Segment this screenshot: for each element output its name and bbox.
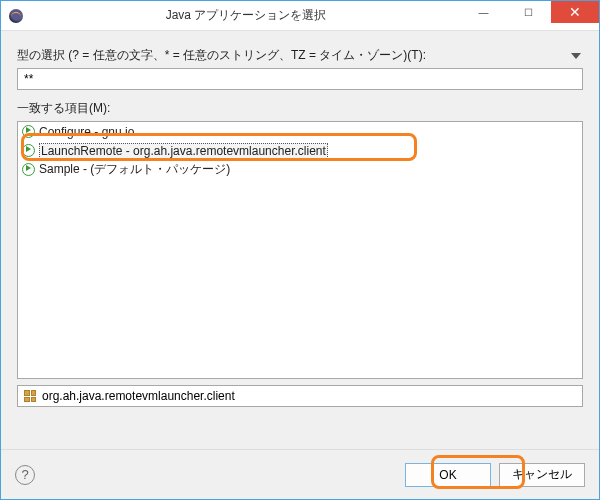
- matching-row: 一致する項目(M):: [17, 100, 583, 117]
- dialog-content: 型の選択 (? = 任意の文字、* = 任意のストリング、TZ = タイム・ゾー…: [1, 31, 599, 419]
- item-label: Configure - gnu.io: [39, 125, 134, 139]
- window-controls: — ☐ ✕: [461, 1, 599, 30]
- filter-input[interactable]: [17, 68, 583, 90]
- item-label: Sample - (デフォルト・パッケージ): [39, 161, 230, 178]
- close-button[interactable]: ✕: [551, 1, 599, 23]
- package-label: org.ah.java.remotevmlauncher.client: [42, 389, 235, 403]
- dialog-footer: ? OK キャンセル: [1, 449, 599, 499]
- runnable-class-icon: [22, 144, 35, 157]
- cancel-button[interactable]: キャンセル: [499, 463, 585, 487]
- minimize-button[interactable]: —: [461, 1, 506, 23]
- help-icon[interactable]: ?: [15, 465, 35, 485]
- app-icon-container: [1, 9, 31, 23]
- package-icon: [24, 390, 36, 402]
- matching-label: 一致する項目(M):: [17, 100, 110, 117]
- type-select-label: 型の選択 (? = 任意の文字、* = 任意のストリング、TZ = タイム・ゾー…: [17, 47, 426, 64]
- selected-package-row: org.ah.java.remotevmlauncher.client: [17, 385, 583, 407]
- type-select-row: 型の選択 (? = 任意の文字、* = 任意のストリング、TZ = タイム・ゾー…: [17, 47, 583, 64]
- dialog-window: Java アプリケーションを選択 — ☐ ✕ 型の選択 (? = 任意の文字、*…: [0, 0, 600, 500]
- view-menu-icon[interactable]: [571, 53, 581, 59]
- eclipse-icon: [9, 9, 23, 23]
- runnable-class-icon: [22, 125, 35, 138]
- title-bar: Java アプリケーションを選択 — ☐ ✕: [1, 1, 599, 31]
- list-item[interactable]: Sample - (デフォルト・パッケージ): [18, 160, 582, 179]
- ok-button[interactable]: OK: [405, 463, 491, 487]
- list-item[interactable]: LaunchRemote - org.ah.java.remotevmlaunc…: [18, 141, 582, 160]
- results-list[interactable]: Configure - gnu.io LaunchRemote - org.ah…: [17, 121, 583, 379]
- list-item[interactable]: Configure - gnu.io: [18, 122, 582, 141]
- maximize-button[interactable]: ☐: [506, 1, 551, 23]
- runnable-class-icon: [22, 163, 35, 176]
- title-text: Java アプリケーションを選択: [31, 7, 461, 24]
- item-label: LaunchRemote - org.ah.java.remotevmlaunc…: [39, 143, 328, 159]
